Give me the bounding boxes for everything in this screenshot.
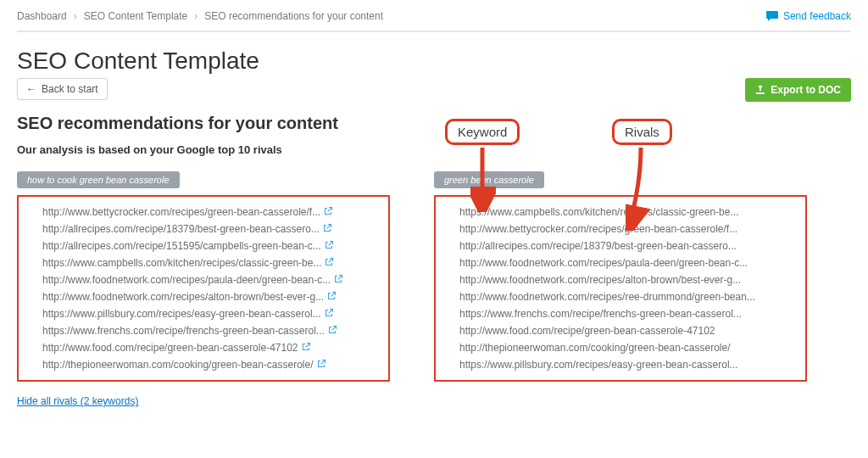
external-link-icon[interactable] <box>325 309 333 319</box>
rival-link[interactable]: http://www.bettycrocker.com/recipes/gree… <box>42 206 320 218</box>
list-item: http://www.foodnetwork.com/recipes/alton… <box>459 271 797 288</box>
list-item: http://allrecipes.com/recipe/18379/best-… <box>459 237 797 254</box>
rival-link[interactable]: http://www.bettycrocker.com/recipes/gree… <box>459 223 737 235</box>
rival-link[interactable]: http://thepioneerwoman.com/cooking/green… <box>459 342 731 354</box>
breadcrumb-item-dashboard[interactable]: Dashboard <box>17 10 67 22</box>
rival-link[interactable]: http://www.food.com/recipe/green-bean-ca… <box>42 342 298 354</box>
feedback-icon <box>766 11 778 21</box>
arrow-down-icon <box>626 146 659 231</box>
external-link-icon[interactable] <box>328 326 337 336</box>
rival-link[interactable]: https://www.frenchs.com/recipe/frenchs-g… <box>42 325 325 337</box>
header: Dashboard › SEO Content Template › SEO r… <box>17 7 851 32</box>
rival-link[interactable]: https://www.pillsbury.com/recipes/easy-g… <box>42 308 321 320</box>
list-item: http://thepioneerwoman.com/cooking/green… <box>459 339 797 356</box>
arrow-left-icon: ← <box>26 83 36 95</box>
annotation-keyword: Keyword <box>445 119 520 145</box>
rival-link[interactable]: https://www.frenchs.com/recipe/frenchs-g… <box>459 308 742 320</box>
section-heading: SEO recommendations for your content <box>17 114 851 133</box>
rival-link[interactable]: https://www.pillsbury.com/recipes/easy-g… <box>459 359 738 371</box>
rival-link[interactable]: http://www.foodnetwork.com/recipes/ree-d… <box>459 291 755 303</box>
rival-link[interactable]: http://www.foodnetwork.com/recipes/paula… <box>42 274 331 286</box>
keyword-chip: how to cook green bean casserole <box>17 171 180 188</box>
toggle-rivals-link[interactable]: Hide all rivals (2 keywords) <box>17 395 138 407</box>
breadcrumb-item-current: SEO recommendations for your content <box>204 10 383 22</box>
list-item: https://www.pillsbury.com/recipes/easy-g… <box>42 305 380 322</box>
rival-link[interactable]: http://allrecipes.com/recipe/18379/best-… <box>459 240 737 252</box>
rival-link[interactable]: http://www.foodnetwork.com/recipes/paula… <box>459 257 748 269</box>
send-feedback-label: Send feedback <box>783 10 851 22</box>
list-item: http://www.bettycrocker.com/recipes/gree… <box>42 204 380 221</box>
chevron-right-icon: › <box>74 10 77 22</box>
list-item: http://www.foodnetwork.com/recipes/paula… <box>459 254 797 271</box>
rival-link[interactable]: http://allrecipes.com/recipe/18379/best-… <box>42 223 320 235</box>
list-item: https://www.frenchs.com/recipe/frenchs-g… <box>42 322 380 339</box>
external-link-icon[interactable] <box>325 258 333 268</box>
external-link-icon[interactable] <box>317 360 326 370</box>
rival-link[interactable]: http://www.food.com/recipe/green-bean-ca… <box>459 325 715 337</box>
chevron-right-icon: › <box>194 10 198 22</box>
arrow-down-icon <box>470 146 496 212</box>
list-item: http://www.food.com/recipe/green-bean-ca… <box>459 322 797 339</box>
list-item: http://allrecipes.com/recipe/18379/best-… <box>42 221 380 237</box>
rival-link[interactable]: http://www.foodnetwork.com/recipes/alton… <box>459 274 741 286</box>
rival-link[interactable]: https://www.campbells.com/kitchen/recipe… <box>459 206 738 218</box>
page-title: SEO Content Template <box>17 47 851 75</box>
send-feedback-link[interactable]: Send feedback <box>766 10 851 22</box>
rivals-box: https://www.campbells.com/kitchen/recipe… <box>434 195 807 382</box>
external-link-icon[interactable] <box>323 224 331 234</box>
breadcrumb: Dashboard › SEO Content Template › SEO r… <box>17 10 383 22</box>
section-subheading: Our analysis is based on your Google top… <box>17 143 851 156</box>
keyword-column: how to cook green bean casserolehttp://w… <box>17 171 390 382</box>
list-item: http://www.foodnetwork.com/recipes/alton… <box>42 288 380 305</box>
back-button[interactable]: ← Back to start <box>17 78 108 100</box>
list-item: http://www.food.com/recipe/green-bean-ca… <box>42 339 380 356</box>
external-link-icon[interactable] <box>324 207 332 217</box>
rival-link[interactable]: http://www.foodnetwork.com/recipes/alton… <box>42 291 324 303</box>
rival-link[interactable]: https://www.campbells.com/kitchen/recipe… <box>42 257 321 269</box>
rivals-list: https://www.campbells.com/kitchen/recipe… <box>441 204 797 373</box>
list-item: http://www.foodnetwork.com/recipes/ree-d… <box>459 288 797 305</box>
rivals-list: http://www.bettycrocker.com/recipes/gree… <box>24 204 380 373</box>
list-item: https://www.pillsbury.com/recipes/easy-g… <box>459 356 797 373</box>
list-item: https://www.campbells.com/kitchen/recipe… <box>42 254 380 271</box>
rivals-box: http://www.bettycrocker.com/recipes/gree… <box>17 195 390 382</box>
external-link-icon[interactable] <box>325 241 333 251</box>
list-item: https://www.frenchs.com/recipe/frenchs-g… <box>459 305 797 322</box>
breadcrumb-item-template[interactable]: SEO Content Template <box>84 10 188 22</box>
list-item: http://allrecipes.com/recipe/151595/camp… <box>42 237 380 254</box>
external-link-icon[interactable] <box>334 275 342 285</box>
export-button[interactable]: Export to DOC <box>745 78 851 102</box>
external-link-icon[interactable] <box>327 292 336 302</box>
list-item: http://www.foodnetwork.com/recipes/paula… <box>42 271 380 288</box>
export-label: Export to DOC <box>771 84 841 96</box>
annotation-rivals: Rivals <box>612 119 672 145</box>
external-link-icon[interactable] <box>302 343 310 353</box>
list-item: http://thepioneerwoman.com/cooking/green… <box>42 356 380 373</box>
rival-link[interactable]: http://allrecipes.com/recipe/151595/camp… <box>42 240 321 252</box>
back-label: Back to start <box>42 83 98 95</box>
rival-link[interactable]: http://thepioneerwoman.com/cooking/green… <box>42 359 314 371</box>
upload-icon <box>755 85 765 95</box>
